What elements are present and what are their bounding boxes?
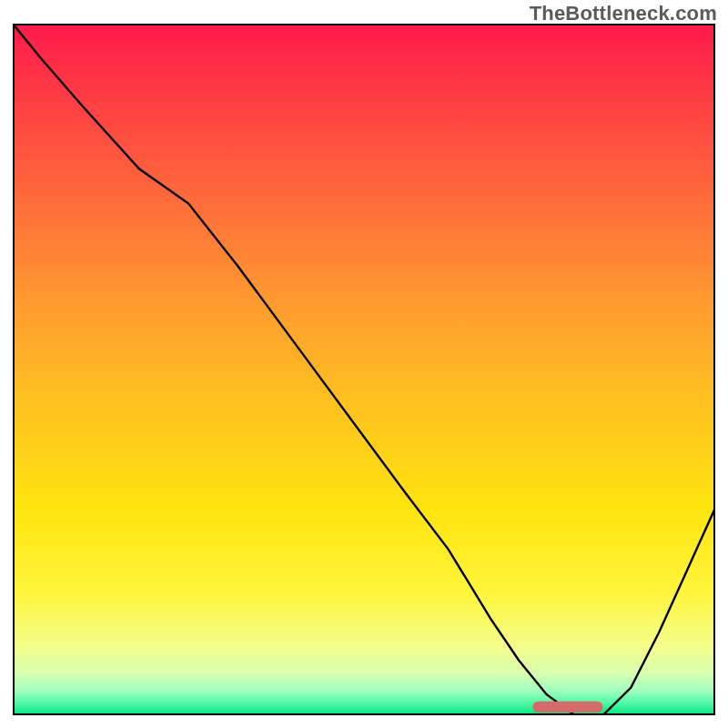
watermark-label: TheBottleneck.com — [530, 2, 717, 25]
heat-gradient-background — [13, 24, 715, 715]
chart-svg — [13, 24, 715, 715]
optimum-marker — [532, 702, 602, 713]
chart-root: TheBottleneck.com — [0, 0, 728, 728]
plot-area — [13, 24, 715, 715]
